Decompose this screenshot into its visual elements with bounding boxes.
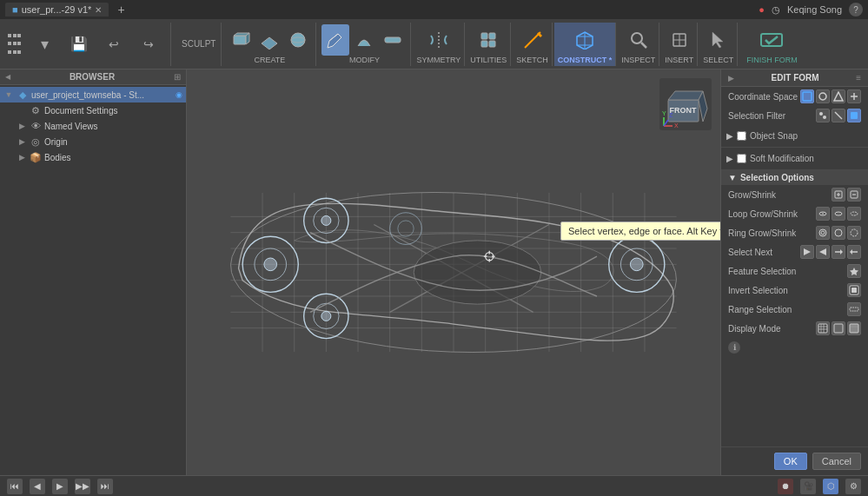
- symmetry-label[interactable]: SYMMETRY: [416, 56, 461, 64]
- viewport[interactable]: Select vertex, edge or face. Alt Key to …: [187, 69, 720, 475]
- ring-btn-3[interactable]: [847, 226, 861, 240]
- create-sphere-btn[interactable]: [284, 24, 312, 56]
- svg-rect-109: [850, 308, 858, 311]
- filter-btn-1[interactable]: [816, 109, 830, 122]
- tree-item-views[interactable]: ▶ 👁 Named Views: [0, 118, 186, 134]
- next-btn-4[interactable]: [847, 245, 861, 259]
- tree-icon-file: ◆: [17, 89, 29, 101]
- create-plane-btn[interactable]: [255, 24, 283, 56]
- coord-btn-3[interactable]: [832, 89, 845, 103]
- 3d-canvas[interactable]: [187, 69, 720, 475]
- nav-play-btn[interactable]: ▶: [52, 479, 68, 494]
- coord-btn-1[interactable]: [800, 89, 814, 103]
- finish-label[interactable]: FINISH FORM: [746, 56, 798, 64]
- display-btn-1[interactable]: [816, 321, 830, 335]
- view-cube[interactable]: FRONT X Y Z: [659, 78, 712, 130]
- svg-rect-90: [851, 112, 858, 119]
- ring-btn-1[interactable]: [816, 226, 830, 240]
- select-next-row: Select Next: [721, 242, 868, 261]
- display-btn-2[interactable]: [832, 321, 845, 335]
- mesh-display-btn[interactable]: ⬡: [823, 479, 838, 494]
- browser-expand[interactable]: ⊞: [174, 72, 181, 82]
- grow-shrink-icons: [832, 188, 861, 202]
- redo-button[interactable]: ↪: [132, 23, 165, 66]
- soft-mod-header[interactable]: ▶ Soft Modification: [721, 151, 868, 166]
- new-tab-button[interactable]: +: [117, 3, 124, 17]
- modify-push-btn[interactable]: [350, 24, 378, 56]
- modify-thicken-btn[interactable]: [379, 24, 407, 56]
- coord-btn-4[interactable]: [847, 89, 861, 103]
- inspect-label[interactable]: INSPECT: [621, 56, 655, 64]
- finish-form-btn[interactable]: [755, 24, 788, 56]
- object-snap-checkbox[interactable]: [737, 131, 746, 141]
- info-icon[interactable]: ℹ: [728, 341, 740, 354]
- apps-button[interactable]: [3, 23, 26, 66]
- sketch-label[interactable]: SKETCH: [516, 56, 548, 64]
- loop-btn-2[interactable]: [832, 207, 845, 221]
- ok-button[interactable]: OK: [774, 453, 807, 470]
- ring-btn-2[interactable]: [832, 226, 845, 240]
- modify-edit-btn[interactable]: [321, 24, 349, 56]
- next-btn-2[interactable]: [816, 245, 830, 259]
- save-button[interactable]: 💾: [63, 23, 96, 66]
- utilities-label[interactable]: UTILITIES: [470, 56, 507, 64]
- next-btn-3[interactable]: [832, 245, 845, 259]
- select-label[interactable]: SELECT: [703, 56, 733, 64]
- create-label[interactable]: CREATE: [255, 56, 286, 64]
- utilities-btn[interactable]: [474, 24, 502, 56]
- view-mode-btn[interactable]: 🎥: [800, 479, 816, 494]
- tree-arrow-bodies: ▶: [17, 153, 27, 162]
- loop-btn-3[interactable]: [847, 207, 861, 221]
- svg-point-87: [819, 112, 823, 116]
- tree-icon-bodies: 📦: [30, 151, 42, 163]
- coord-btn-2[interactable]: [816, 89, 830, 103]
- nav-end-btn[interactable]: ⏭: [97, 479, 113, 494]
- range-btn-1[interactable]: [847, 302, 861, 316]
- soft-mod-checkbox[interactable]: [737, 154, 746, 163]
- create-box-btn[interactable]: [227, 24, 255, 56]
- tree-item-root[interactable]: ▼ ◆ user_project_townseba - St... ◉: [0, 87, 186, 103]
- panel-expand[interactable]: ≡: [856, 73, 861, 83]
- tree-item-bodies[interactable]: ▶ 📦 Bodies: [0, 149, 186, 165]
- edit-panel-title: EDIT FORM: [772, 73, 819, 83]
- tree-item-origin[interactable]: ▶ ◎ Origin: [0, 134, 186, 149]
- tab-close[interactable]: ✕: [95, 5, 102, 15]
- object-snap-arrow: ▶: [726, 131, 733, 141]
- filter-btn-3[interactable]: [847, 109, 861, 122]
- loop-grow-row: Loop Grow/Shrink: [721, 204, 868, 223]
- construct-label[interactable]: CONSTRUCT *: [558, 56, 613, 64]
- nav-next-btn[interactable]: ▶▶: [75, 479, 90, 494]
- settings-icon[interactable]: ⚙: [845, 479, 861, 494]
- selection-filter-row: Selection Filter: [721, 106, 868, 125]
- svg-rect-0: [234, 36, 246, 44]
- modify-label[interactable]: MODIFY: [349, 56, 380, 64]
- undo-button[interactable]: ↩: [97, 23, 130, 66]
- display-btn-3[interactable]: [847, 321, 861, 335]
- sketch-btn[interactable]: [519, 24, 547, 56]
- invert-btn-1[interactable]: [847, 283, 861, 297]
- inspect-btn[interactable]: [625, 24, 653, 56]
- tree-visibility[interactable]: ◉: [176, 90, 182, 99]
- tree-item-doc[interactable]: ⚙ Document Settings: [0, 103, 186, 118]
- nav-start-btn[interactable]: ⏮: [7, 479, 23, 494]
- loop-btn-1[interactable]: [816, 207, 830, 221]
- insert-label[interactable]: INSERT: [665, 56, 693, 64]
- record-mode-btn[interactable]: ⏺: [778, 479, 793, 494]
- feature-btn-1[interactable]: [847, 264, 861, 278]
- select-btn[interactable]: [705, 24, 732, 56]
- next-btn-1[interactable]: [800, 245, 814, 259]
- object-snap-header[interactable]: ▶ Object Snap: [721, 129, 868, 143]
- svg-marker-105: [850, 249, 852, 255]
- symmetry-btn[interactable]: [425, 24, 453, 56]
- browser-header: ◀ BROWSER ⊞: [0, 69, 186, 85]
- active-tab[interactable]: ■ user_pr...-29 v1* ✕: [5, 3, 109, 17]
- file-button[interactable]: ▾: [28, 23, 61, 66]
- grow-btn-1[interactable]: [832, 188, 845, 202]
- help-button[interactable]: ?: [849, 3, 863, 17]
- grow-btn-2[interactable]: [847, 188, 861, 202]
- filter-btn-2[interactable]: [832, 109, 845, 122]
- cancel-button[interactable]: Cancel: [812, 453, 861, 470]
- insert-btn[interactable]: [666, 24, 693, 56]
- construct-btn[interactable]: [571, 24, 599, 56]
- nav-prev-btn[interactable]: ◀: [30, 479, 45, 494]
